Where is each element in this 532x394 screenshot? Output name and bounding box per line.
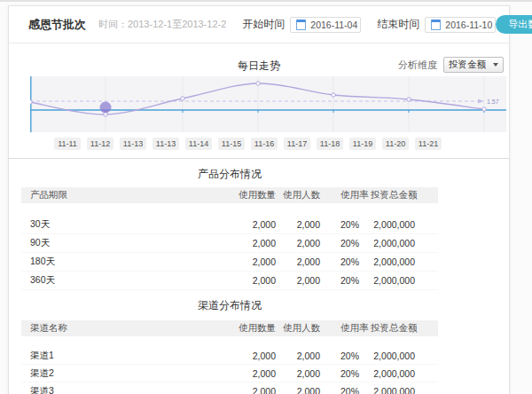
channel-table-title: 渠道分布情况 <box>21 299 438 311</box>
table-cell: 360天 <box>21 274 196 287</box>
table-cell: 2,000 <box>276 351 320 361</box>
date-chip[interactable]: 11-13 <box>120 138 146 150</box>
table-cell: 2,000 <box>196 219 276 230</box>
table-cell: 2,000,000 <box>371 238 438 248</box>
table-cell: 2,000,000 <box>371 368 438 379</box>
dimension-select[interactable]: 投资金额 <box>443 57 504 73</box>
table-cell: 2,000 <box>196 256 276 267</box>
column-header: 投资总金额 <box>371 322 438 335</box>
report-card: 感恩节批次 时间：2013-12-1至2013-12-2 开始时间 2016-1… <box>8 5 510 394</box>
chevron-down-icon <box>493 63 498 67</box>
table-cell: 2,000,000 <box>371 256 438 267</box>
page-title: 感恩节批次 <box>28 17 86 33</box>
trend-plot: 1.57 <box>30 76 506 132</box>
table-cell: 2,000,000 <box>371 219 438 230</box>
svg-text:1.57: 1.57 <box>487 98 499 105</box>
date-buttons-row: 11-1111-1211-1311-1311-1411-1511-1611-17… <box>54 138 442 150</box>
date-chip[interactable]: 11-19 <box>349 138 376 150</box>
table-gap <box>21 203 438 216</box>
trend-section: 每日走势 分析维度 投资金额 1.57 11-1111-1211-1311-13… <box>9 43 509 159</box>
date-chip[interactable]: 11-14 <box>185 138 212 150</box>
date-chip[interactable]: 11-12 <box>87 138 113 150</box>
start-date-value: 2016-11-04 <box>310 20 357 30</box>
table-row: 渠道12,0002,00020%2,000,000 <box>21 347 438 365</box>
table-cell: 20% <box>320 256 371 267</box>
table-cell: 渠道1 <box>21 350 196 362</box>
table-row: 360天2,0002,00020%2,000,000 <box>21 272 438 290</box>
column-header: 使用率 <box>320 322 371 335</box>
column-header: 使用人数 <box>276 189 320 201</box>
table-cell: 渠道2 <box>21 367 196 380</box>
table-cell: 2,000,000 <box>371 275 438 286</box>
product-table-title: 产品分布情况 <box>21 168 438 180</box>
table-cell: 20% <box>320 219 371 230</box>
channel-table: 渠道名称使用数量使用人数使用率投资总金额渠道12,0002,00020%2,00… <box>21 320 438 394</box>
table-cell: 2,000,000 <box>371 351 438 361</box>
table-cell: 2,000 <box>276 238 320 248</box>
date-chip[interactable]: 11-11 <box>54 138 81 150</box>
table-cell: 渠道3 <box>21 385 196 394</box>
calendar-icon <box>296 20 306 30</box>
date-chip[interactable]: 11-20 <box>382 138 409 150</box>
date-chip[interactable]: 11-15 <box>218 138 245 150</box>
table-cell: 2,000 <box>276 386 320 394</box>
table-row: 30天2,0002,00020%2,000,000 <box>21 216 438 234</box>
table-cell: 20% <box>320 386 371 394</box>
table-cell: 2,000 <box>276 368 320 379</box>
table-cell: 2,000 <box>196 275 276 286</box>
column-header: 产品期限 <box>21 189 196 201</box>
column-header: 使用人数 <box>276 322 320 335</box>
start-date-label: 开始时间 <box>242 17 285 32</box>
table-cell: 20% <box>320 351 371 361</box>
trend-line-chart: 1.57 <box>30 76 506 132</box>
end-date-input[interactable]: 2016-11-10 <box>425 17 496 33</box>
table-cell: 20% <box>320 238 371 248</box>
table-row: 90天2,0002,00020%2,000,000 <box>21 234 438 253</box>
table-gap <box>21 336 438 347</box>
table-header-row: 产品期限使用数量使用人数使用率投资总金额 <box>21 187 438 203</box>
batch-time-range: 时间：2013-12-1至2013-12-2 <box>98 18 226 31</box>
date-chip[interactable]: 11-17 <box>284 138 310 150</box>
table-header-row: 渠道名称使用数量使用人数使用率投资总金额 <box>21 320 438 336</box>
table-cell: 2,000 <box>276 256 320 267</box>
window-top-edge <box>0 0 532 2</box>
date-chip[interactable]: 11-18 <box>317 138 343 150</box>
table-cell: 2,000 <box>196 368 276 379</box>
date-chip[interactable]: 11-16 <box>251 138 278 150</box>
column-header: 渠道名称 <box>21 322 196 335</box>
table-cell: 30天 <box>21 218 196 231</box>
table-row: 渠道22,0002,00020%2,000,000 <box>21 365 438 382</box>
date-chip[interactable]: 11-21 <box>415 138 442 150</box>
table-row: 180天2,0002,00020%2,000,000 <box>21 253 438 272</box>
table-cell: 2,000 <box>276 219 320 230</box>
column-header: 使用数量 <box>196 189 276 201</box>
calendar-icon <box>431 20 441 30</box>
report-header: 感恩节批次 时间：2013-12-1至2013-12-2 开始时间 2016-1… <box>9 6 509 43</box>
dimension-label: 分析维度 <box>398 59 437 72</box>
end-date-value: 2016-11-10 <box>445 20 492 30</box>
table-cell: 2,000 <box>196 351 276 361</box>
table-cell: 2,000 <box>196 238 276 248</box>
export-data-button[interactable]: 导出数据 <box>496 15 532 34</box>
dimension-selected-value: 投资金额 <box>449 59 486 71</box>
column-header: 使用率 <box>320 189 371 201</box>
table-row: 渠道32,0002,00020%2,000,000 <box>21 382 438 394</box>
product-table: 产品期限使用数量使用人数使用率投资总金额30天2,0002,00020%2,00… <box>21 187 438 290</box>
table-cell: 2,000 <box>276 275 320 286</box>
table-cell: 20% <box>320 275 371 286</box>
start-date-input[interactable]: 2016-11-04 <box>290 17 361 33</box>
table-cell: 180天 <box>21 256 196 268</box>
table-cell: 2,000,000 <box>371 386 438 394</box>
date-chip[interactable]: 11-13 <box>153 138 179 150</box>
end-date-label: 结束时间 <box>377 17 419 32</box>
dimension-control: 分析维度 投资金额 <box>398 57 504 73</box>
table-cell: 20% <box>320 368 371 379</box>
table-cell: 2,000 <box>196 386 276 394</box>
column-header: 投资总金额 <box>371 189 438 201</box>
table-cell: 90天 <box>21 237 196 249</box>
column-header: 使用数量 <box>196 322 276 335</box>
